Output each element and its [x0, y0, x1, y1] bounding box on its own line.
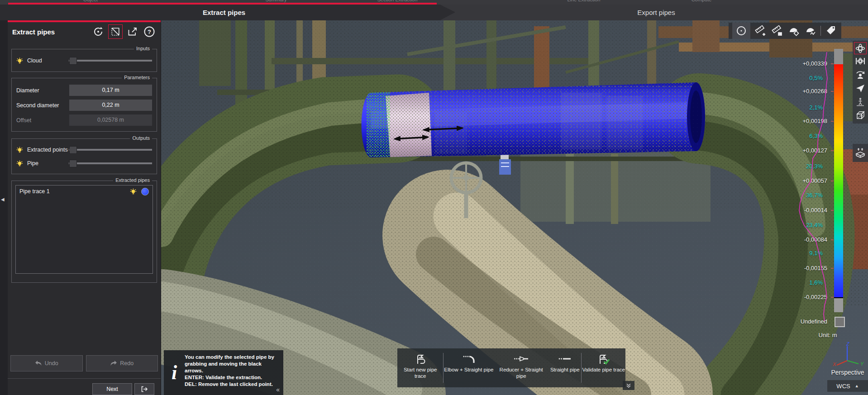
divider: [820, 26, 821, 36]
workflow-step-summary[interactable]: Summary: [265, 0, 286, 2]
undo-label: Undo: [45, 360, 58, 366]
coordinate-system-button[interactable]: WCS ▲: [827, 380, 868, 392]
exit-workflow-button[interactable]: [134, 383, 154, 395]
cloud-row: Cloud: [12, 54, 157, 67]
tab-extract-pipes-label[interactable]: Extract pipes: [203, 9, 245, 16]
diameter-row: Diameter 0,17 m: [12, 83, 157, 98]
detach-view-icon[interactable]: [126, 25, 139, 38]
panel-title: Extract pipes: [12, 28, 88, 36]
color-scale-bar: [834, 49, 843, 312]
unit-label: Unit: m: [808, 332, 847, 338]
cloud-opacity-slider[interactable]: [69, 57, 152, 64]
application-window: Object Summary Section Extraction Line E…: [0, 0, 868, 395]
pipe-opacity-slider[interactable]: [69, 160, 152, 167]
point-cloud-scene: [161, 20, 868, 395]
reducer-straight-pipe-button[interactable]: Reducer + Straight pipe: [494, 348, 548, 387]
workflow-step-line-extraction[interactable]: Line Extraction: [568, 0, 601, 2]
step-tab-bar: Extract pipes Export pipes: [0, 5, 868, 21]
workflow-step-section-extraction[interactable]: Section Extraction: [377, 0, 418, 2]
label-tag-icon[interactable]: [824, 23, 838, 39]
cs-label: WCS: [836, 383, 850, 390]
scale-overflow-bottom: [834, 298, 843, 312]
panel-collapse-rail[interactable]: ◀: [0, 20, 8, 395]
inputs-group: Inputs Cloud: [11, 49, 157, 72]
redo-button[interactable]: Redo: [86, 355, 158, 371]
extracted-pipes-group-label: Extracted pipes: [113, 177, 152, 183]
offset-field: 0,02578 m: [69, 114, 152, 126]
constrained-orbit-icon[interactable]: [854, 54, 867, 68]
next-button[interactable]: Next: [92, 383, 132, 395]
workflow-strip: Object Summary Section Extraction Line E…: [0, 0, 868, 5]
workflow-step-compute[interactable]: Compute: [692, 0, 712, 2]
scale-gradient: [834, 64, 843, 297]
add-measurement-icon[interactable]: [754, 23, 767, 39]
outputs-group: Outputs Extracted points: [11, 138, 157, 174]
pipe-trace-icon: [414, 352, 427, 366]
measure-angle-surface-icon[interactable]: [804, 23, 817, 39]
validate-pipe-trace-button[interactable]: Validate pipe trace: [582, 348, 625, 387]
visibility-bulb-icon[interactable]: [16, 57, 23, 64]
offset-label: Offset: [16, 117, 69, 124]
viewport-3d[interactable]: [161, 20, 868, 395]
workflow-step-object[interactable]: Object: [83, 0, 98, 2]
visibility-bulb-icon[interactable]: [130, 188, 137, 195]
clipping-box-icon[interactable]: [853, 144, 868, 162]
exit-icon: [140, 385, 148, 393]
reset-icon[interactable]: [91, 25, 105, 38]
collapse-hint-icon[interactable]: «: [276, 386, 280, 393]
elbow-straight-pipe-button[interactable]: Elbow + Straight pipe: [444, 348, 494, 387]
outputs-group-label: Outputs: [130, 135, 152, 141]
panel-bottom-actions: Undo Redo Next: [8, 348, 161, 395]
extracted-points-opacity-slider[interactable]: [69, 146, 152, 153]
extracted-points-label: Extracted points: [27, 147, 69, 153]
second-diameter-row: Second diameter 0,22 m: [12, 98, 157, 113]
hint-line: ENTER: Validate the extraction.: [185, 374, 279, 381]
walk-mode-icon[interactable]: [854, 95, 867, 109]
parameters-group-label: Parameters: [122, 75, 152, 80]
diameter-field[interactable]: 0,17 m: [69, 85, 152, 96]
undo-icon: [35, 360, 42, 366]
redo-label: Redo: [120, 360, 134, 366]
hint-info-box: i You can modify the selected pipe by gr…: [164, 350, 283, 395]
visibility-bulb-icon[interactable]: [16, 160, 23, 167]
visibility-bulb-icon[interactable]: [16, 147, 23, 153]
straight-pipe-button[interactable]: Straight pipe: [548, 348, 581, 387]
parameters-group: Parameters Diameter 0,17 m Second diamet…: [11, 78, 157, 132]
scale-histogram-curve: [794, 45, 835, 326]
pipe-label: Pipe: [27, 160, 69, 167]
pipe-trace-toolbar: Start new pipe trace Elbow + Straight pi…: [397, 348, 625, 387]
start-new-pipe-trace-button[interactable]: Start new pipe trace: [397, 348, 443, 387]
redo-icon: [110, 360, 117, 366]
extract-pipes-panel: Extract pipes: [8, 20, 161, 395]
list-item-pipe-trace[interactable]: Pipe trace 1: [16, 186, 153, 197]
help-icon[interactable]: ?: [143, 25, 156, 38]
hint-line: You can modify the selected pipe by grab…: [185, 354, 279, 374]
measure-angle-icon[interactable]: [787, 23, 801, 39]
trace-color-swatch[interactable]: [141, 188, 149, 195]
undo-button[interactable]: Undo: [10, 355, 83, 371]
undefined-checkbox[interactable]: [835, 317, 845, 327]
second-diameter-field[interactable]: 0,22 m: [69, 100, 152, 111]
toolbar-collapse-chevrons-icon[interactable]: [623, 381, 634, 390]
orbit-mode-icon[interactable]: [854, 42, 867, 54]
extracted-pipes-list[interactable]: Pipe trace 1: [15, 185, 153, 274]
info-icon: i: [164, 350, 185, 395]
measure-distance-icon[interactable]: [770, 23, 784, 39]
projection-label[interactable]: Perspective: [827, 369, 868, 376]
straight-pipe-icon: [558, 352, 572, 366]
cloud-label: Cloud: [27, 57, 69, 64]
fly-mode-icon[interactable]: [854, 81, 867, 95]
axis-triad: Z X Y: [830, 342, 864, 368]
inputs-group-label: Inputs: [134, 46, 152, 51]
reducer-straight-icon: [514, 352, 529, 366]
button-label: Validate pipe trace: [582, 366, 625, 373]
examine-mode-icon[interactable]: [854, 68, 867, 81]
view-cube-icon[interactable]: [854, 109, 867, 122]
tab-export-pipes-label[interactable]: Export pipes: [637, 9, 675, 16]
point-probe-icon[interactable]: [732, 23, 750, 39]
pipe-row: Pipe: [12, 157, 157, 170]
hint-line: DEL: Remove the last clicked point.: [185, 381, 279, 388]
offset-row: Offset 0,02578 m: [12, 113, 157, 128]
rectangle-selection-icon[interactable]: [108, 24, 123, 39]
collapse-panel-icon[interactable]: ◀: [1, 197, 5, 202]
